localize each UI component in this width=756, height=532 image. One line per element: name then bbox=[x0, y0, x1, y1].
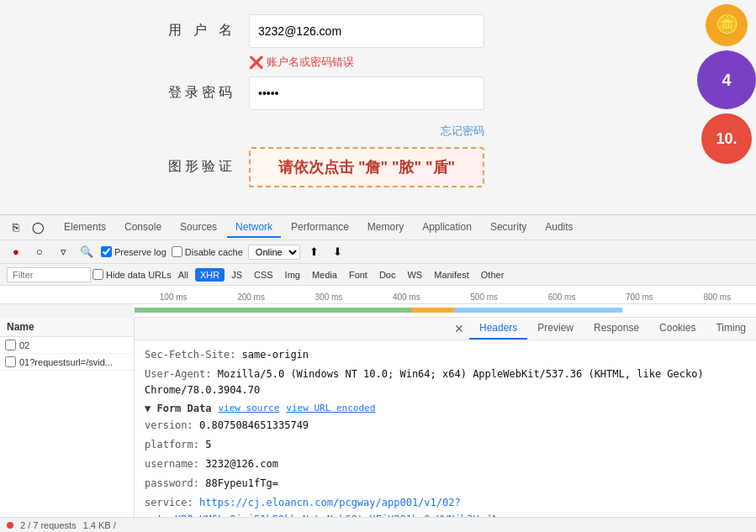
list-item-02[interactable]: 02 bbox=[0, 337, 134, 354]
requests-count: 2 / 7 requests bbox=[20, 520, 77, 530]
timeline-blue-bar bbox=[454, 308, 622, 313]
timeline-400ms: 400 ms bbox=[367, 292, 445, 302]
webpage-area: 用 户 名 ❌ 账户名或密码错误 登录密码 忘记密码 图形验证 请依次点击 "詹… bbox=[0, 0, 756, 214]
header-user-agent: User-Agent: Mozilla/5.0 (Windows NT 10.0… bbox=[145, 366, 746, 398]
type-all[interactable]: All bbox=[173, 268, 193, 282]
type-css[interactable]: CSS bbox=[249, 268, 278, 282]
type-media[interactable]: Media bbox=[307, 268, 342, 282]
detail-tab-cookies[interactable]: Cookies bbox=[649, 318, 706, 340]
network-filter-bar: ● ○ ▿ 🔍 Preserve log Disable cache Onlin… bbox=[0, 240, 756, 264]
view-source-link[interactable]: view source bbox=[218, 403, 279, 413]
devtools-top-bar: ⎘ ◯ Elements Console Sources Network Per… bbox=[0, 215, 756, 240]
upload-icon[interactable]: ⬆ bbox=[305, 243, 324, 261]
type-img[interactable]: Img bbox=[280, 268, 305, 282]
header-sec-fetch-site: Sec-Fetch-Site: same-origin bbox=[145, 347, 746, 363]
filter-input[interactable] bbox=[7, 267, 91, 282]
timeline-bar: 100 ms 200 ms 300 ms 400 ms 500 ms 600 m… bbox=[0, 286, 756, 304]
deco-coin: 🪙 bbox=[706, 4, 748, 46]
timeline-200ms: 200 ms bbox=[212, 292, 289, 302]
error-icon: ❌ bbox=[249, 55, 263, 69]
tab-application[interactable]: Application bbox=[414, 218, 480, 238]
status-bar: 2 / 7 requests 1.4 KB / bbox=[0, 517, 756, 532]
detail-content: Sec-Fetch-Site: same-origin User-Agent: … bbox=[135, 340, 756, 517]
search-icon[interactable]: 🔍 bbox=[77, 243, 96, 261]
deco-red: 10. bbox=[701, 113, 752, 164]
decoration-right: 🪙 4 10. bbox=[672, 0, 756, 214]
devtools-icons: ⎘ ◯ bbox=[7, 219, 47, 237]
hide-data-urls-checkbox[interactable] bbox=[93, 269, 103, 280]
view-url-encoded-link[interactable]: view URL encoded bbox=[286, 403, 375, 413]
timeline-500ms: 500 ms bbox=[446, 292, 523, 302]
timeline-100ms: 100 ms bbox=[135, 292, 212, 302]
status-dot bbox=[7, 522, 13, 529]
name-list: Name 02 01?requestsurl=/svid... bbox=[0, 318, 135, 517]
captcha-row: 图形验证 请依次点击 "詹" "脓" "盾" bbox=[168, 147, 521, 187]
name-list-header: Name bbox=[0, 318, 134, 337]
username-row: 用 户 名 bbox=[168, 14, 521, 48]
type-js[interactable]: JS bbox=[226, 268, 247, 282]
deco-purple: 4 bbox=[697, 50, 756, 109]
error-message: ❌ 账户名或密码错误 bbox=[249, 55, 521, 70]
tab-network[interactable]: Network bbox=[227, 218, 281, 238]
tab-audits[interactable]: Audits bbox=[537, 218, 581, 238]
hide-data-urls-label: Hide data URLs bbox=[93, 269, 172, 280]
timeline-green-bar bbox=[135, 308, 412, 313]
form-username: username: 3232@126.com bbox=[145, 456, 746, 472]
password-label: 登录密码 bbox=[168, 84, 235, 102]
devtools: ⎘ ◯ Elements Console Sources Network Per… bbox=[0, 214, 756, 532]
timeline-600ms: 600 ms bbox=[523, 292, 600, 302]
login-form: 用 户 名 ❌ 账户名或密码错误 登录密码 忘记密码 图形验证 请依次点击 "詹… bbox=[135, 0, 555, 214]
tab-memory[interactable]: Memory bbox=[359, 218, 412, 238]
tab-elements[interactable]: Elements bbox=[56, 218, 114, 238]
timeline-800ms: 800 ms bbox=[679, 292, 756, 302]
record-button[interactable]: ● bbox=[7, 243, 25, 261]
preserve-log-label: Preserve log bbox=[101, 246, 167, 257]
form-service: service: https://cj.eloancn.com/pcgway/a… bbox=[145, 495, 746, 517]
timeline-700ms: 700 ms bbox=[600, 292, 678, 302]
username-input[interactable] bbox=[249, 14, 484, 48]
detail-panel: ✕ Headers Preview Response Cookies Timin… bbox=[135, 318, 756, 517]
detail-tab-preview[interactable]: Preview bbox=[527, 318, 584, 340]
tab-performance[interactable]: Performance bbox=[283, 218, 357, 238]
type-font[interactable]: Font bbox=[344, 268, 373, 282]
network-type-bar: Hide data URLs All XHR JS CSS Img Media … bbox=[0, 264, 756, 286]
tab-security[interactable]: Security bbox=[482, 218, 535, 238]
tab-console[interactable]: Console bbox=[116, 218, 170, 238]
download-icon[interactable]: ⬇ bbox=[329, 243, 347, 261]
content-area: Name 02 01?requestsurl=/svid... ✕ Header… bbox=[0, 318, 756, 517]
clear-button[interactable]: ○ bbox=[30, 243, 49, 261]
detail-tab-headers[interactable]: Headers bbox=[469, 318, 527, 340]
form-data-section-header: ▼ Form Data view source view URL encoded bbox=[145, 403, 746, 414]
form-data-label: ▼ Form Data bbox=[145, 403, 211, 414]
timeline-orange-bar bbox=[412, 308, 454, 313]
form-platform: platform: 5 bbox=[145, 437, 746, 453]
device-icon[interactable]: ◯ bbox=[29, 219, 47, 237]
type-ws[interactable]: WS bbox=[402, 268, 427, 282]
list-item-01[interactable]: 01?requestsurl=/svid... bbox=[0, 354, 134, 371]
type-doc[interactable]: Doc bbox=[374, 268, 401, 282]
filter-icon[interactable]: ▿ bbox=[54, 243, 72, 261]
detail-tab-timing[interactable]: Timing bbox=[706, 318, 756, 340]
captcha-button[interactable]: 请依次点击 "詹" "脓" "盾" bbox=[249, 147, 484, 187]
disable-cache-checkbox[interactable] bbox=[172, 246, 182, 257]
error-text: 账户名或密码错误 bbox=[267, 55, 354, 70]
type-xhr[interactable]: XHR bbox=[195, 268, 225, 282]
close-button[interactable]: ✕ bbox=[454, 322, 464, 335]
password-input[interactable] bbox=[249, 76, 484, 110]
forgot-password-link[interactable]: 忘记密码 bbox=[441, 124, 484, 137]
tab-sources[interactable]: Sources bbox=[172, 218, 225, 238]
online-dropdown[interactable]: Online bbox=[248, 245, 300, 260]
captcha-label: 图形验证 bbox=[168, 158, 235, 176]
detail-tab-response[interactable]: Response bbox=[584, 318, 649, 340]
timeline-300ms: 300 ms bbox=[290, 292, 367, 302]
type-manifest[interactable]: Manifest bbox=[429, 268, 474, 282]
preserve-log-checkbox[interactable] bbox=[101, 246, 112, 257]
item-02-checkbox[interactable] bbox=[5, 340, 16, 350]
inspect-icon[interactable]: ⎘ bbox=[7, 219, 25, 237]
item-01-checkbox[interactable] bbox=[5, 356, 16, 367]
size-info: 1.4 KB / bbox=[83, 520, 116, 530]
form-password: password: 88Fypeu1fTg= bbox=[145, 476, 746, 492]
password-row: 登录密码 bbox=[168, 76, 521, 110]
username-label: 用 户 名 bbox=[168, 22, 235, 40]
type-other[interactable]: Other bbox=[476, 268, 510, 282]
